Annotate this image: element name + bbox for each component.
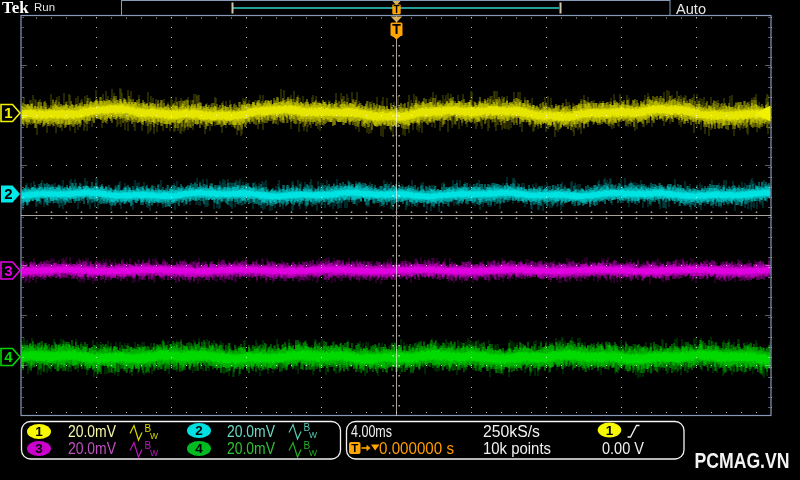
svg-text:20.0mV: 20.0mV — [227, 423, 275, 440]
svg-text:0.000000 s: 0.000000 s — [379, 440, 454, 457]
svg-text:20.0mV: 20.0mV — [227, 440, 275, 457]
svg-text:1: 1 — [606, 423, 614, 438]
svg-text:2: 2 — [195, 423, 203, 438]
svg-text:T: T — [392, 21, 401, 37]
svg-text:3: 3 — [35, 441, 43, 456]
svg-text:4: 4 — [4, 348, 13, 365]
svg-text:W: W — [309, 448, 317, 458]
svg-text:PCMAG.VN: PCMAG.VN — [695, 449, 790, 473]
svg-text:10k points: 10k points — [483, 440, 551, 457]
svg-text:0.00 V: 0.00 V — [602, 440, 644, 457]
svg-text:3: 3 — [4, 262, 12, 279]
svg-text:250kS/s: 250kS/s — [483, 423, 540, 440]
svg-text:20.0mV: 20.0mV — [68, 423, 116, 440]
svg-text:W: W — [309, 430, 317, 440]
svg-text:Auto: Auto — [676, 0, 706, 17]
svg-text:2: 2 — [4, 185, 12, 202]
svg-text:1: 1 — [4, 104, 12, 121]
svg-text:Tek: Tek — [2, 0, 29, 17]
svg-text:W: W — [150, 448, 158, 458]
svg-text:T: T — [351, 442, 358, 454]
svg-text:W: W — [150, 431, 158, 441]
svg-text:4: 4 — [195, 441, 203, 456]
svg-text:Run: Run — [34, 1, 55, 13]
svg-text:T: T — [393, 4, 399, 15]
svg-text:20.0mV: 20.0mV — [68, 440, 116, 457]
svg-text:1: 1 — [35, 424, 43, 439]
svg-text:4.00ms: 4.00ms — [351, 423, 392, 440]
